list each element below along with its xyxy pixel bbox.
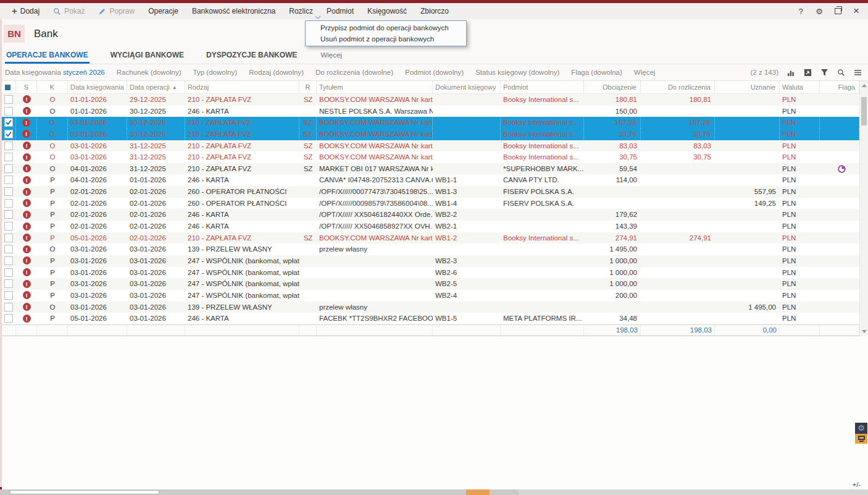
scroll-down-icon[interactable] [862,330,867,333]
checkbox-icon[interactable] [4,199,13,208]
table-row[interactable]: !P03-01-202603-01-2026247 - WSPÓLNIK (ba… [0,267,868,279]
tab-wyciągi-bankowe[interactable]: WYCIĄGI BANKOWE [109,48,185,64]
column-header-waluta[interactable]: Waluta [780,81,820,93]
filter-do-rozliczenia-dowolne[interactable]: Do rozliczenia (dowolne) [315,69,393,76]
row-checkbox[interactable] [0,186,16,198]
table-row[interactable]: !O03-01-202631-12-2025210 - ZAPŁATA FVZS… [0,151,868,163]
menu-item-podmiot[interactable]: Podmiot [320,3,361,19]
menu-icon[interactable] [854,69,862,77]
gear-icon[interactable]: ⚙ [855,423,867,434]
vertical-scrollbar[interactable] [859,81,868,336]
menu-item-dodaj[interactable]: +Dodaj [5,3,46,19]
scroll-up-icon[interactable] [862,84,867,87]
filter-status-księgowy-dowolny[interactable]: Status księgowy (dowolny) [475,69,559,76]
column-header-select[interactable] [0,81,16,93]
table-row[interactable]: !O03-01-202630-12-2025210 - ZAPŁATA FVZS… [0,117,868,129]
checkbox-icon[interactable] [4,107,13,116]
row-checkbox[interactable] [0,209,16,221]
column-header-do[interactable]: Data operacji▲ [127,81,185,93]
menu-item-rozlicz[interactable]: Rozlicz [282,3,320,19]
filter-rodzaj-dowolny[interactable]: Rodzaj (dowolny) [249,69,304,76]
row-checkbox[interactable] [0,163,16,175]
row-checkbox[interactable] [0,198,16,209]
table-row[interactable]: !P04-01-202601-01-2026246 - KARTACANVA* … [0,174,868,186]
table-row[interactable]: !P02-01-202602-01-2026246 - KARTA/OPT/X/… [0,209,868,221]
table-row[interactable]: !P02-01-202602-01-2026246 - KARTA/OPT/X/… [0,221,868,232]
checkbox-icon[interactable] [4,303,13,311]
row-checkbox[interactable] [0,243,16,255]
settings-button[interactable]: ⚙ [810,3,828,19]
row-checkbox[interactable] [0,290,16,302]
menu-item-bankowość-elektroniczna[interactable]: Bankowość elektroniczna [185,3,282,19]
row-checkbox[interactable] [0,221,16,232]
checkbox-checked-icon[interactable] [4,118,13,127]
plus-minus-toggle[interactable]: +/- [853,481,861,488]
checkbox-icon[interactable] [4,176,13,184]
table-row[interactable]: !P02-01-202602-01-2026260 - OPERATOR PŁA… [0,198,868,209]
help-button[interactable]: ? [791,3,810,19]
table-row[interactable]: !P05-01-202603-01-2026246 - KARTAFACEBK … [0,313,868,324]
table-row[interactable]: !O01-01-202629-12-2025210 - ZAPŁATA FVZS… [0,94,868,106]
checkbox-icon[interactable] [4,142,13,150]
checkbox-icon[interactable] [4,210,13,219]
row-checkbox[interactable] [0,94,16,106]
search-icon[interactable] [837,69,845,77]
column-header-dorozl[interactable]: Do rozliczenia [641,81,715,93]
filter-flaga-dowolna[interactable]: Flaga (dowolna) [571,69,622,76]
column-header-dk[interactable]: Data księgowania [68,81,127,93]
checkbox-icon[interactable] [4,291,13,300]
filter-typ-dowolny[interactable]: Typ (dowolny) [193,69,238,76]
menu-item-operacje[interactable]: Operacje [141,3,185,19]
column-header-flaga[interactable]: Flaga [820,81,859,93]
filter-więcej[interactable]: Więcej [634,69,656,76]
checkbox-icon[interactable] [4,164,13,173]
tab-operacje-bankowe[interactable]: OPERACJE BANKOWE [5,48,90,64]
checkbox-icon[interactable] [4,314,13,323]
row-checkbox[interactable] [0,302,16,313]
monitor-icon[interactable] [855,434,867,444]
row-checkbox[interactable] [0,174,16,186]
table-row[interactable]: !O04-01-202631-12-2025210 - ZAPŁATA FVZS… [0,163,868,175]
row-checkbox[interactable] [0,313,16,324]
column-header-tyt[interactable]: Tytułem [317,81,433,93]
checkbox-icon[interactable] [4,222,13,231]
table-row[interactable]: !O03-01-202603-01-2026139 - PRZELEW WŁAS… [0,302,868,313]
table-row[interactable]: !P03-01-202603-01-2026247 - WSPÓLNIK (ba… [0,255,868,267]
row-checkbox[interactable] [0,232,16,244]
table-row[interactable]: !O03-01-202603-01-2026139 - PRZELEW WŁAS… [0,243,868,255]
column-header-podmiot[interactable]: Podmiot [501,81,584,93]
menu-item-popraw[interactable]: Popraw [91,3,141,19]
menu-item-zbiorczo[interactable]: Zbiorczo [414,3,456,19]
checkbox-icon[interactable] [4,268,13,277]
row-checkbox[interactable] [0,117,16,129]
checkbox-icon[interactable] [4,245,13,253]
checkbox-icon[interactable] [4,153,13,161]
table-row[interactable]: !O03-01-202630-12-2025210 - ZAPŁATA FVZS… [0,129,868,140]
scrollbar-thumb[interactable] [861,97,867,125]
table-row[interactable]: !O03-01-202631-12-2025210 - ZAPŁATA FVZS… [0,140,868,152]
menu-item-pokaż[interactable]: Pokaż [46,3,91,19]
table-row[interactable]: !P05-01-202602-01-2026210 - ZAPŁATA FVZS… [0,232,868,244]
checkbox-icon[interactable] [4,279,13,288]
column-header-k[interactable]: K [37,81,68,93]
row-checkbox[interactable] [0,278,16,290]
column-header-rodzaj[interactable]: Rodzaj [185,81,299,93]
row-checkbox[interactable] [0,255,16,267]
filter-podmiot-dowolny[interactable]: Podmiot (dowolny) [405,69,464,76]
column-header-obc[interactable]: Obciążenie [584,81,641,93]
checkbox-icon[interactable] [4,187,13,196]
checkbox-icon[interactable] [4,234,13,242]
export-icon[interactable] [804,69,812,77]
table-row[interactable]: !P02-01-202602-01-2026260 - OPERATOR PŁA… [0,186,868,198]
row-checkbox[interactable] [0,140,16,152]
checkbox-icon[interactable] [4,256,13,265]
menu-item-księgowość[interactable]: Księgowość [361,3,414,19]
restore-button[interactable] [828,3,847,19]
dropdown-item-usuń-podmiot-z-operacji-bankow[interactable]: Usuń podmiot z operacji bankowych [306,33,466,44]
table-row[interactable]: !P03-01-202603-01-2026247 - WSPÓLNIK (ba… [0,290,868,302]
tab-więcej[interactable]: Więcej [319,48,343,64]
row-checkbox[interactable] [0,267,16,279]
chart-icon[interactable] [787,69,795,77]
column-header-r[interactable]: R [299,81,317,93]
row-checkbox[interactable] [0,129,16,140]
